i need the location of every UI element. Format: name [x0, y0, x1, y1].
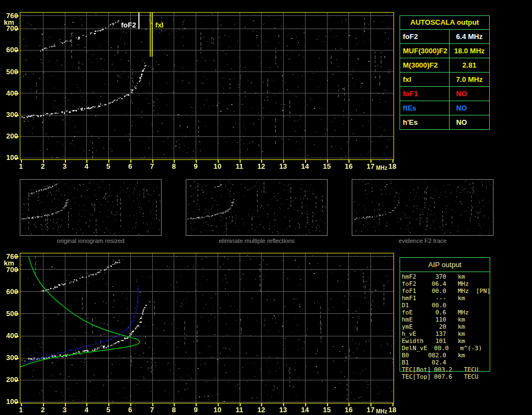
aip-row-hmf2: hmF2370km [400, 273, 494, 280]
aip-value: 00.0 [427, 345, 448, 352]
aip-value: 101 [425, 337, 446, 345]
aip-row-hmf1: hmF1---km [400, 295, 494, 302]
aip-label: B1 [400, 359, 425, 366]
aip-table-title: AIP output [400, 258, 490, 272]
aip-row-yme: ymE20km [400, 323, 494, 330]
table-row-muf3000f2: MUF(3000)F2 18.0 MHz [400, 44, 490, 58]
table-row-fof1: foF1 NO [400, 87, 490, 101]
aip-label: ymE [400, 323, 425, 330]
hes-label: h'Es [400, 115, 450, 129]
table-row-ftes: ftEs NO [400, 101, 490, 115]
fof2-value: 6.4 MHz [450, 30, 489, 43]
aip-row-fof1: foF100.0MHz[PN] [400, 287, 494, 295]
aip-unit: MHz [458, 287, 474, 295]
aip-value: 370 [425, 273, 446, 280]
aip-value: 06.4 [425, 280, 446, 287]
aip-label: hmF1 [400, 295, 425, 302]
aip-value: 082.0 [425, 352, 446, 359]
aip-row-tectop: TEC[Top]007.6TECU [400, 373, 494, 380]
aip-row-hve: h_vE137km [400, 330, 494, 337]
muf3000f2-label: MUF(3000)F2 [400, 44, 450, 58]
fxi-label: fxI [400, 73, 450, 86]
aip-row-delnve: DelN_vE00.0m^(-3) [400, 345, 494, 352]
thumbnail-eliminate-reflections [186, 179, 328, 236]
aip-value: 003.2 [431, 366, 452, 373]
fxi-value: 7.0 MHz [450, 73, 489, 86]
table-row-fof2: foF2 6.4 MHz [400, 30, 490, 44]
aip-unit: MHz [458, 309, 474, 316]
table-row-fxi: fxI 7.0 MHz [400, 73, 490, 87]
autoscala-output-table: AUTOSCALA output foF2 6.4 MHz MUF(3000)F… [400, 15, 490, 130]
m3000f2-value: 2.81 [450, 58, 489, 72]
aip-value: 02.4 [425, 359, 446, 366]
aip-row-ewidth: Ewidth101km [400, 337, 494, 345]
bottom-ionogram-canvas [0, 246, 398, 415]
aip-value: 20 [425, 323, 446, 330]
aip-value: --- [425, 295, 446, 302]
aip-label: TEC[Bot] [400, 366, 431, 373]
aip-label: foE [400, 309, 425, 316]
autoscala-screen: { "header": { "title": "Rome (lat: +41.8… [0, 0, 532, 415]
thumbnail-caption-original: original ionogram resized [20, 237, 162, 244]
aip-row-tecbot: TEC[Bot]003.2TECU [400, 366, 494, 373]
aip-unit: m^(-3) [460, 345, 482, 352]
thumbnail-caption-reflections: eliminate multiple reflections [186, 237, 328, 244]
aip-extra: [PN] [476, 287, 491, 295]
aip-label: hmF2 [400, 273, 425, 280]
aip-label: DelN_vE [400, 345, 427, 352]
table-row-m3000f2: M(3000)F2 2.81 [400, 58, 490, 73]
ftes-value: NO [450, 101, 489, 115]
aip-unit [458, 359, 474, 366]
fof1-value: NO [450, 87, 489, 101]
fof1-label: foF1 [400, 87, 450, 101]
aip-unit: TECU [464, 366, 480, 373]
aip-value: 137 [425, 330, 446, 337]
aip-row-d1: D100.0 [400, 302, 494, 309]
muf3000f2-value: 18.0 MHz [450, 44, 489, 58]
m3000f2-label: M(3000)F2 [400, 58, 450, 72]
aip-row-b1: B102.4 [400, 359, 494, 366]
aip-row-hme: hmE110km [400, 316, 494, 323]
aip-value: 00.0 [425, 302, 446, 309]
aip-unit: km [458, 352, 474, 359]
aip-row-fof2: foF206.4MHz [400, 280, 494, 287]
aip-row-foe: foE0.6MHz [400, 309, 494, 316]
fof2-label: foF2 [400, 30, 450, 43]
aip-label: D1 [400, 302, 425, 309]
aip-value: 0.6 [425, 309, 446, 316]
aip-label: TEC[Top] [400, 373, 431, 380]
aip-value: 007.6 [431, 373, 452, 380]
table-row-hes: h'Es NO [400, 115, 490, 130]
aip-row-b0: B0082.0km [400, 352, 494, 359]
autoscala-table-title: AUTOSCALA output [400, 15, 490, 30]
aip-output-rows: hmF2370km foF206.4MHz foF100.0MHz[PN] hm… [400, 273, 494, 380]
aip-unit: km [458, 273, 474, 280]
aip-label: h_vE [400, 330, 425, 337]
thumbnail-caption-f2trace: evidence F2 trace [352, 237, 494, 244]
thumbnail-evidence-f2-trace [352, 179, 494, 236]
aip-unit: MHz [458, 280, 474, 287]
aip-unit [458, 302, 474, 309]
thumbnail-original-ionogram [20, 179, 162, 236]
aip-unit: TECU [464, 373, 480, 380]
aip-label: hmE [400, 316, 425, 323]
aip-unit: km [458, 295, 474, 302]
hes-value: NO [450, 115, 489, 129]
aip-unit: km [458, 316, 474, 323]
aip-value: 00.0 [425, 287, 446, 295]
ftes-label: ftEs [400, 101, 450, 115]
aip-label: foF1 [400, 287, 425, 295]
top-ionogram-canvas [0, 0, 398, 171]
aip-label: Ewidth [400, 337, 425, 345]
aip-label: B0 [400, 352, 425, 359]
aip-value: 110 [425, 316, 446, 323]
aip-unit: km [458, 323, 474, 330]
aip-unit: km [458, 330, 474, 337]
aip-label: foF2 [400, 280, 425, 287]
aip-unit: km [458, 337, 474, 345]
